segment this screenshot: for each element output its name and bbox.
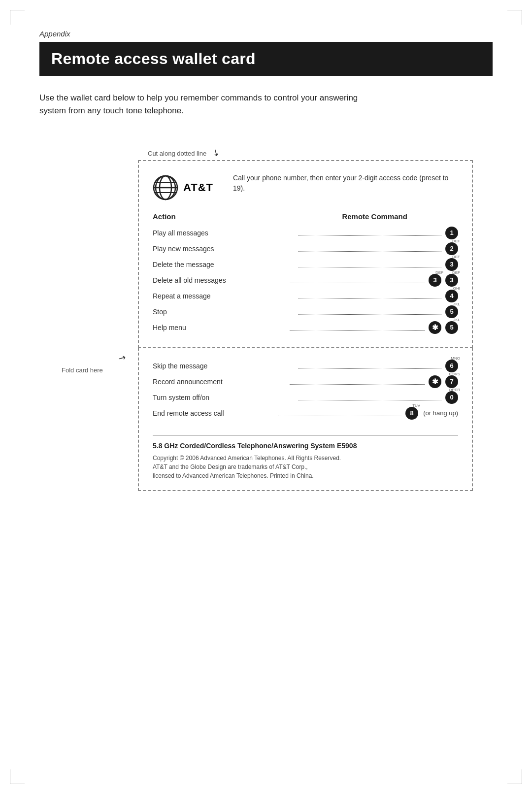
wallet-card-bottom: Skip the message 6 MNO Record announceme… xyxy=(138,348,473,491)
badge-sup: DEF xyxy=(452,255,460,259)
intro-text: Use the wallet card below to help you re… xyxy=(39,92,374,118)
corner-mark-tr xyxy=(507,10,522,25)
badge-sup: GHI xyxy=(453,286,460,291)
cut-arrow-icon: ↘ xyxy=(210,146,222,159)
table-row: Repeat a message 4 GHI xyxy=(153,290,458,302)
action-label: Skip the message xyxy=(153,362,296,370)
action-label: Play new messages xyxy=(153,245,296,253)
cmd-badge: 2 xyxy=(445,242,458,255)
table-row: Play new messages 2 DEF xyxy=(153,242,458,255)
cmd-pair: 8 TUV (or hang up) xyxy=(403,407,458,420)
cmd-pair: ✱ 7 PQRS xyxy=(427,375,458,388)
badge-wrap: 7 PQRS xyxy=(443,375,458,388)
cut-label: Cut along dotted line ↘ xyxy=(148,147,493,158)
cmd-badge: 3 xyxy=(429,274,441,287)
wallet-area: Cut along dotted line ↘ AT&T xyxy=(138,147,493,491)
badge-wrap: 3 DEF xyxy=(427,274,441,287)
table-row: Skip the message 6 MNO xyxy=(153,360,458,372)
card-header: AT&T Call your phone number, then enter … xyxy=(153,173,458,200)
badge-wrap: 4 GHI xyxy=(443,290,458,302)
commands-table-top: Action Remote Command Play all messages … xyxy=(153,212,458,334)
cmd-pair: 3 DEF 3 DEF xyxy=(427,274,458,287)
cmd-badge: 5 xyxy=(445,321,458,334)
dots xyxy=(298,395,441,400)
action-label: Delete the message xyxy=(153,261,296,268)
table-row: Delete the message 3 DEF xyxy=(153,258,458,271)
action-label: Stop xyxy=(153,308,296,316)
cmd-badge: 3 xyxy=(445,274,458,287)
cmd-badge: 0 xyxy=(445,391,458,404)
commands-header: Action Remote Command xyxy=(153,212,458,222)
dots xyxy=(290,325,425,331)
badge-sup: MNO xyxy=(451,356,460,361)
footer-copy: Copyright © 2006 Advanced American Telep… xyxy=(153,454,458,480)
cmd-badge: 6 xyxy=(445,360,458,372)
corner-mark-tl xyxy=(10,10,25,25)
badge-wrap: 2 DEF xyxy=(443,242,458,255)
badge-wrap: 8 TUV xyxy=(403,407,418,420)
dots xyxy=(298,230,441,236)
badge-sup: TUV xyxy=(412,403,420,408)
action-label: Turn system off/on xyxy=(153,394,296,401)
dots xyxy=(298,246,441,252)
corner-mark-bl xyxy=(10,769,25,784)
footer-title: 5.8 GHz Corded/Cordless Telephone/Answer… xyxy=(153,442,458,450)
table-row: Stop 5 JKL xyxy=(153,305,458,318)
fold-arrow-icon: ↙ xyxy=(116,351,128,364)
page: Appendix Remote access wallet card Use t… xyxy=(0,0,532,794)
badge-sup: JKL xyxy=(453,302,460,306)
dots xyxy=(298,293,441,299)
badge-wrap: 3 DEF xyxy=(443,258,458,271)
cmd-badge: 3 xyxy=(445,258,458,271)
table-row: Help menu ✱ 5 JKL xyxy=(153,321,458,334)
section-header: Remote access wallet card xyxy=(39,42,493,76)
badge-sup: OPER xyxy=(449,388,460,392)
wallet-card-top: AT&T Call your phone number, then enter … xyxy=(138,160,473,348)
badge-wrap: 5 JKL xyxy=(443,305,458,318)
att-globe-icon xyxy=(153,175,178,200)
action-label: Help menu xyxy=(153,324,288,331)
dots xyxy=(298,309,441,315)
badge-wrap: 6 MNO xyxy=(443,360,458,372)
action-label: Repeat a message xyxy=(153,292,296,300)
action-label: Delete all old messages xyxy=(153,276,288,284)
badge-sup: JKL xyxy=(453,318,460,322)
table-row: Turn system off/on 0 OPER xyxy=(153,391,458,404)
dots xyxy=(298,262,441,267)
fold-label: Fold card here xyxy=(62,366,103,374)
col-command-header: Remote Command xyxy=(342,212,458,221)
col-action-header: Action xyxy=(153,212,342,221)
att-logo-text: AT&T xyxy=(183,181,213,194)
cmd-badge: 4 xyxy=(445,290,458,302)
action-label: Play all messages xyxy=(153,229,296,237)
badge-wrap: 5 JKL xyxy=(443,321,458,334)
att-description: Call your phone number, then enter your … xyxy=(233,173,458,194)
dots xyxy=(290,379,425,385)
table-row: End remote access call 8 TUV (or hang up… xyxy=(153,407,458,420)
dots xyxy=(290,277,425,283)
cmd-pair: ✱ 5 JKL xyxy=(427,321,458,334)
table-row: Play all messages 1 xyxy=(153,227,458,239)
cmd-badge: 5 xyxy=(445,305,458,318)
action-label: Record announcement xyxy=(153,378,288,386)
badge-sup: DEF xyxy=(452,239,460,243)
table-row: Delete all old messages 3 DEF 3 DEF xyxy=(153,274,458,287)
dots xyxy=(278,410,402,416)
badge-sup: DEF xyxy=(452,270,460,275)
appendix-label: Appendix xyxy=(39,30,493,38)
dots xyxy=(298,363,441,369)
note-text: (or hang up) xyxy=(423,409,458,417)
badge-wrap: 0 OPER xyxy=(443,391,458,404)
commands-table-bottom: Skip the message 6 MNO Record announceme… xyxy=(153,360,458,420)
cmd-badge: 1 xyxy=(445,227,458,239)
badge-sup: DEF xyxy=(435,270,443,275)
fold-area: Fold card here ↙ Skip the message 6 MNO xyxy=(138,348,493,491)
badge-sup: PQRS xyxy=(449,372,460,376)
table-row: Record announcement ✱ 7 PQRS xyxy=(153,375,458,388)
cmd-badge-star: ✱ xyxy=(429,375,441,388)
cmd-badge-star: ✱ xyxy=(429,321,441,334)
badge-wrap: 3 DEF xyxy=(443,274,458,287)
cmd-badge: 8 xyxy=(405,407,418,420)
footer-section: 5.8 GHz Corded/Cordless Telephone/Answer… xyxy=(153,435,458,480)
cmd-badge: 7 xyxy=(445,375,458,388)
